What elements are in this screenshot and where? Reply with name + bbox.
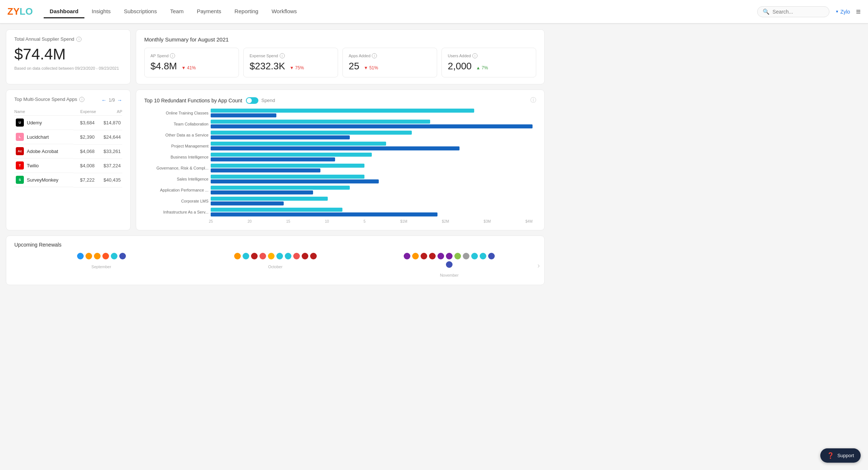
renewal-dot[interactable] bbox=[276, 253, 283, 259]
renewal-dot[interactable] bbox=[488, 253, 495, 259]
renewal-dot[interactable] bbox=[421, 253, 427, 259]
ap-spend-change: ▼ 41% bbox=[181, 65, 196, 70]
table-row: S SurveyMonkey $7,222 $40,435 bbox=[14, 173, 122, 187]
bar-blue bbox=[211, 168, 320, 172]
bar-pair bbox=[211, 142, 533, 150]
month-label: September bbox=[91, 265, 111, 269]
users-added-value: 2,000 bbox=[448, 61, 472, 72]
user-menu[interactable]: ▼ Zylo bbox=[835, 9, 850, 15]
renewal-dot[interactable] bbox=[285, 253, 291, 259]
renewal-dot[interactable] bbox=[77, 253, 84, 259]
chart-info-icon[interactable]: ⓘ bbox=[530, 96, 536, 104]
nav-reporting[interactable]: Reporting bbox=[229, 5, 264, 18]
table-row: T Twilio $4,008 $37,224 bbox=[14, 159, 122, 173]
renewal-dot[interactable] bbox=[111, 253, 117, 259]
bar-label: Infrastructure As a Serv... bbox=[148, 210, 208, 214]
chart-toggle[interactable] bbox=[246, 97, 258, 104]
bar-teal bbox=[211, 153, 372, 157]
nav-insights[interactable]: Insights bbox=[86, 5, 117, 18]
app-name: Udemy bbox=[27, 120, 42, 125]
nav-workflows[interactable]: Workflows bbox=[266, 5, 303, 18]
bar-pair bbox=[211, 120, 533, 128]
col-ap: AP bbox=[96, 108, 122, 116]
renewal-dot[interactable] bbox=[268, 253, 275, 259]
renewal-dot[interactable] bbox=[404, 253, 410, 259]
renewal-dot[interactable] bbox=[310, 253, 317, 259]
renewal-dot[interactable] bbox=[480, 253, 486, 259]
bar-blue bbox=[211, 179, 379, 183]
month-label: November bbox=[440, 273, 459, 277]
ap-spend-info-icon[interactable]: i bbox=[170, 53, 175, 58]
expense-spend-value: $232.3K bbox=[250, 61, 285, 72]
nav-dashboard[interactable]: Dashboard bbox=[44, 5, 84, 18]
app-name: Adobe Acrobat bbox=[27, 149, 58, 154]
renewal-dot[interactable] bbox=[259, 253, 266, 259]
bar-pair bbox=[211, 186, 533, 194]
renewal-dot[interactable] bbox=[102, 253, 109, 259]
renewal-dot[interactable] bbox=[463, 253, 469, 259]
nav-right: 🔍 ▼ Zylo ≡ bbox=[757, 6, 861, 17]
renewal-dot[interactable] bbox=[446, 261, 453, 268]
pagination-prev[interactable]: ← bbox=[101, 97, 106, 103]
nav-payments[interactable]: Payments bbox=[191, 5, 227, 18]
app-expense: $2,390 bbox=[73, 130, 96, 144]
nav-team[interactable]: Team bbox=[164, 5, 189, 18]
renewals-next-arrow[interactable]: › bbox=[537, 261, 540, 269]
renewal-dot[interactable] bbox=[412, 253, 419, 259]
bar-blue bbox=[211, 157, 335, 161]
app-ap: $37,224 bbox=[96, 159, 122, 173]
users-added-change: ▲ 7% bbox=[476, 65, 488, 70]
toggle-knob bbox=[247, 98, 252, 103]
table-row: U Udemy $3,684 $14,870 bbox=[14, 116, 122, 130]
expense-spend-info-icon[interactable]: i bbox=[280, 53, 285, 58]
bar-row: Application Performance ... bbox=[148, 186, 533, 194]
bar-blue bbox=[211, 146, 460, 150]
renewal-dot[interactable] bbox=[119, 253, 126, 259]
logo[interactable]: ZYLO bbox=[7, 6, 33, 17]
monthly-summary-title: Monthly Summary for August 2021 bbox=[144, 36, 536, 43]
app-name: Twilio bbox=[27, 163, 39, 168]
bar-label: Application Performance ... bbox=[148, 188, 208, 192]
renewal-dot[interactable] bbox=[251, 253, 258, 259]
bar-teal bbox=[211, 131, 412, 135]
renewals-month: October bbox=[188, 253, 362, 277]
app-expense: $7,222 bbox=[73, 173, 96, 187]
renewal-dot[interactable] bbox=[429, 253, 436, 259]
app-name-cell: S SurveyMonkey bbox=[14, 173, 73, 187]
navbar: ZYLO Dashboard Insights Subscriptions Te… bbox=[0, 0, 868, 23]
renewal-dot[interactable] bbox=[454, 253, 461, 259]
renewal-dot[interactable] bbox=[243, 253, 249, 259]
bar-blue bbox=[211, 212, 437, 216]
bar-pair bbox=[211, 153, 533, 161]
top-spend-info-icon[interactable]: i bbox=[79, 97, 84, 102]
bar-row: Sales Intelligence bbox=[148, 175, 533, 183]
renewal-dot[interactable] bbox=[437, 253, 444, 259]
bar-row: Other Data as a Service bbox=[148, 131, 533, 139]
bar-teal bbox=[211, 164, 364, 168]
renewal-dot[interactable] bbox=[234, 253, 241, 259]
nav-links: Dashboard Insights Subscriptions Team Pa… bbox=[44, 5, 757, 18]
bar-teal bbox=[211, 208, 342, 212]
search-input[interactable] bbox=[773, 9, 824, 15]
renewal-dot[interactable] bbox=[302, 253, 308, 259]
renewal-dot[interactable] bbox=[86, 253, 92, 259]
total-spend-info-icon[interactable]: i bbox=[76, 37, 81, 42]
col-name: Name bbox=[14, 108, 73, 116]
apps-added-info-icon[interactable]: i bbox=[372, 53, 377, 58]
app-icon: S bbox=[16, 176, 24, 184]
bar-label: Online Training Classes bbox=[148, 111, 208, 115]
bar-row: Project Management bbox=[148, 142, 533, 150]
renewal-dot[interactable] bbox=[446, 253, 453, 259]
monthly-summary-cards: AP Spend i $4.8M ▼ 41% Expense Spend i bbox=[144, 48, 536, 77]
nav-subscriptions[interactable]: Subscriptions bbox=[118, 5, 163, 18]
renewal-dot[interactable] bbox=[471, 253, 478, 259]
renewal-dot[interactable] bbox=[293, 253, 300, 259]
bar-label: Sales Intelligence bbox=[148, 177, 208, 181]
renewal-dot[interactable] bbox=[94, 253, 101, 259]
pagination-next[interactable]: → bbox=[117, 97, 122, 103]
bar-blue bbox=[211, 113, 276, 117]
menu-icon[interactable]: ≡ bbox=[856, 7, 861, 17]
users-added-info-icon[interactable]: i bbox=[472, 53, 477, 58]
search-box[interactable]: 🔍 bbox=[757, 6, 829, 17]
bar-row: Business Intelligence bbox=[148, 153, 533, 161]
